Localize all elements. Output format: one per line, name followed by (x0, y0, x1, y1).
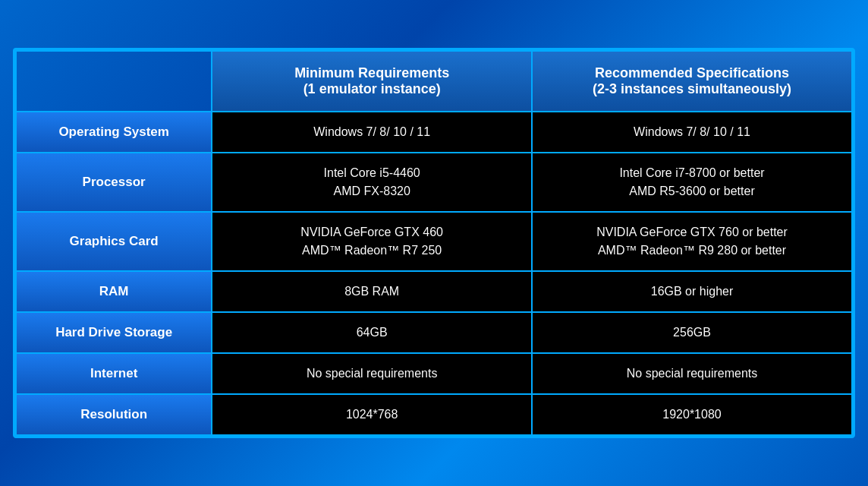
row-0-rec: Windows 7/ 8/ 10 / 11 (532, 112, 852, 153)
row-2-rec: NVIDIA GeForce GTX 760 or betterAMD™ Rad… (532, 212, 852, 271)
row-3-rec: 16GB or higher (532, 271, 852, 312)
table-row: ProcessorIntel Core i5-4460AMD FX-8320In… (16, 153, 852, 212)
row-6-label: Resolution (16, 394, 212, 435)
row-1-min: Intel Core i5-4460AMD FX-8320 (212, 153, 532, 212)
row-4-label: Hard Drive Storage (16, 312, 212, 353)
row-1-label: Processor (16, 153, 212, 212)
header-minimum-line2: (1 emulator instance) (303, 81, 441, 96)
header-recommended-line1: Recommended Specifications (595, 65, 789, 80)
row-2-label: Graphics Card (16, 212, 212, 271)
row-0-min: Windows 7/ 8/ 10 / 11 (212, 112, 532, 153)
row-2-min: NVIDIA GeForce GTX 460AMD™ Radeon™ R7 25… (212, 212, 532, 271)
table-row: Hard Drive Storage64GB256GB (16, 312, 852, 353)
row-5-rec: No special requirements (532, 353, 852, 394)
row-0-label: Operating System (16, 112, 212, 153)
specs-table: Minimum Requirements (1 emulator instanc… (15, 50, 853, 436)
row-6-min: 1024*768 (212, 394, 532, 435)
header-recommended: Recommended Specifications (2-3 instance… (532, 51, 852, 112)
table-row: Graphics CardNVIDIA GeForce GTX 460AMD™ … (16, 212, 852, 271)
row-4-min: 64GB (212, 312, 532, 353)
table-row: Resolution1024*7681920*1080 (16, 394, 852, 435)
row-5-min: No special requirements (212, 353, 532, 394)
row-3-min: 8GB RAM (212, 271, 532, 312)
row-3-label: RAM (16, 271, 212, 312)
specs-table-wrapper: Minimum Requirements (1 emulator instanc… (13, 48, 855, 438)
table-row: InternetNo special requirementsNo specia… (16, 353, 852, 394)
table-row: RAM8GB RAM16GB or higher (16, 271, 852, 312)
row-4-rec: 256GB (532, 312, 852, 353)
header-minimum-line1: Minimum Requirements (294, 65, 449, 80)
row-5-label: Internet (16, 353, 212, 394)
row-6-rec: 1920*1080 (532, 394, 852, 435)
table-row: Operating SystemWindows 7/ 8/ 10 / 11Win… (16, 112, 852, 153)
row-1-rec: Intel Core i7-8700 or betterAMD R5-3600 … (532, 153, 852, 212)
header-recommended-line2: (2-3 instances simultaneously) (593, 81, 791, 96)
header-minimum: Minimum Requirements (1 emulator instanc… (212, 51, 532, 112)
header-empty (16, 51, 212, 112)
